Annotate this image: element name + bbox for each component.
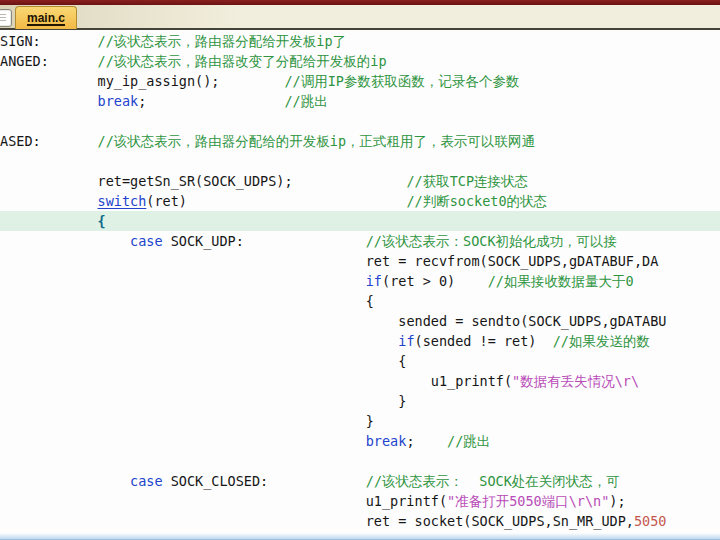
code-line: { — [0, 351, 720, 371]
code-line: if(sended != ret) //如果发送的数 — [0, 331, 720, 351]
window-bottom-edge — [0, 533, 720, 540]
code-line — [0, 151, 720, 171]
code-line — [0, 111, 720, 131]
code-segment: if — [366, 273, 382, 289]
code-line: break; //跳出 — [0, 431, 720, 451]
code-segment: (ret > 0) — [382, 273, 455, 289]
code-segment: SIGN: — [0, 33, 41, 49]
code-segment: 5050 — [634, 513, 667, 529]
code-segment: switch — [98, 193, 147, 209]
tab-label: main.c — [27, 11, 65, 25]
code-segment: case — [130, 473, 163, 489]
code-segment: //如果发送的数 — [536, 333, 650, 349]
code-segment: { — [366, 293, 374, 309]
code-line: SIGN: //该状态表示，路由器分配给开发板ip了 — [0, 31, 720, 51]
code-line: u1_printf("准备打开5050端口\r\n"); — [0, 491, 720, 511]
code-line: switch(ret) //判断socket0的状态 — [0, 191, 720, 211]
code-segment: //跳出 — [415, 433, 491, 449]
code-line: my_ip_assign(); //调用IP参数获取函数，记录各个参数 — [0, 71, 720, 91]
code-segment: ); — [609, 493, 625, 509]
code-segment: case — [130, 233, 163, 249]
code-line: ret = socket(SOCK_UDPS,Sn_MR_UDP,5050 — [0, 511, 720, 531]
code-segment: //该状态表示，路由器分配给的开发板ip，正式租用了，表示可以联网通 — [41, 133, 535, 149]
code-segment: //该状态表示： SOCK处在关闭状态，可 — [268, 473, 620, 489]
code-segment: break — [98, 93, 139, 109]
code-segment: { — [98, 213, 106, 229]
code-line: sended = sendto(SOCK_UDPS,gDATABU — [0, 311, 720, 331]
code-segment: ret = socket(SOCK_UDPS,Sn_MR_UDP, — [366, 513, 634, 529]
code-segment: my_ip_assign(); — [98, 73, 220, 89]
code-segment: u1_printf( — [366, 493, 447, 509]
code-segment: ret = recvfrom(SOCK_UDPS,gDATABUF,DA — [366, 253, 659, 269]
code-line: case SOCK_CLOSED: //该状态表示： SOCK处在关闭状态，可 — [0, 471, 720, 491]
code-segment: //该状态表示，路由器改变了分配给开发板的ip — [49, 53, 387, 69]
code-line: { — [0, 211, 720, 231]
code-segment: //调用IP参数获取函数，记录各个参数 — [219, 73, 519, 89]
code-line: ASED: //该状态表示，路由器分配给的开发板ip，正式租用了，表示可以联网通 — [0, 131, 720, 151]
code-segment: } — [398, 393, 406, 409]
code-line: u1_printf("数据有丢失情况\r\ — [0, 371, 720, 391]
code-segment: "数据有丢失情况\r\ — [512, 373, 639, 389]
code-segment: { — [398, 353, 406, 369]
code-segment: ret=getSn_SR(SOCK_UDPS); — [98, 173, 293, 189]
code-line: case SOCK_UDP: //该状态表示：SOCK初始化成功，可以接 — [0, 231, 720, 251]
code-segment: (ret) — [146, 193, 187, 209]
tab-main-c[interactable]: main.c — [15, 6, 77, 29]
code-line: if(ret > 0) //如果接收数据量大于0 — [0, 271, 720, 291]
code-segment: //获取TCP连接状态 — [293, 173, 528, 189]
code-segment: ANGED: — [0, 53, 49, 69]
code-line: ret=getSn_SR(SOCK_UDPS); //获取TCP连接状态 — [0, 171, 720, 191]
code-line: ANGED: //该状态表示，路由器改变了分配给开发板的ip — [0, 51, 720, 71]
code-segment: SOCK_CLOSED: — [163, 473, 269, 489]
code-segment: //跳出 — [146, 93, 327, 109]
code-segment: ; — [406, 433, 414, 449]
code-segment: SOCK_UDP: — [163, 233, 244, 249]
code-line: ret = recvfrom(SOCK_UDPS,gDATABUF,DA — [0, 251, 720, 271]
code-segment: //判断socket0的状态 — [187, 193, 547, 209]
code-segment: //该状态表示：SOCK初始化成功，可以接 — [244, 233, 617, 249]
code-segment: //如果接收数据量大于0 — [455, 273, 633, 289]
editor-window: main.c SIGN: //该状态表示，路由器分配给开发板ip了ANGED: … — [0, 0, 720, 540]
code-line: } — [0, 411, 720, 431]
code-line: break; //跳出 — [0, 91, 720, 111]
code-editor[interactable]: SIGN: //该状态表示，路由器分配给开发板ip了ANGED: //该状态表示… — [0, 31, 720, 540]
code-segment: sended = sendto(SOCK_UDPS,gDATABU — [398, 313, 666, 329]
document-icon — [0, 9, 12, 27]
tab-bar: main.c — [0, 5, 720, 30]
code-segment: if — [398, 333, 414, 349]
code-segment: ASED: — [0, 133, 41, 149]
code-segment: "准备打开5050端口\r\n" — [447, 493, 609, 509]
code-segment: u1_printf( — [431, 373, 512, 389]
code-line — [0, 451, 720, 471]
code-segment: (sended != ret) — [415, 333, 537, 349]
code-segment: break — [366, 433, 407, 449]
code-segment: } — [366, 413, 374, 429]
code-segment: //该状态表示，路由器分配给开发板ip了 — [41, 33, 346, 49]
code-line: } — [0, 391, 720, 411]
code-line: { — [0, 291, 720, 311]
